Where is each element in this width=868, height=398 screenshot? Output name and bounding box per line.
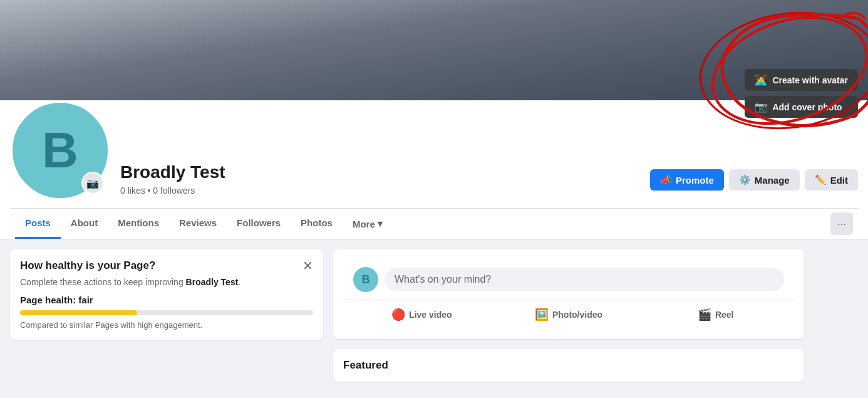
right-panel: B What's on your mind? 🔴 Live video 🖼️ P… — [333, 249, 804, 382]
health-bar-fill — [20, 310, 137, 315]
manage-icon: ⚙️ — [739, 174, 751, 186]
page-health-header: How healthy is your Page? ✕ — [20, 259, 313, 272]
featured-card: Featured — [333, 349, 804, 382]
promote-button[interactable]: 📣 Promote — [650, 169, 724, 191]
tab-more-button[interactable]: More ▾ — [343, 209, 393, 238]
page-name: Broadly Test — [120, 162, 640, 183]
tab-photos[interactable]: Photos — [291, 209, 343, 239]
featured-title: Featured — [343, 359, 794, 372]
health-label: Page health: fair — [20, 295, 313, 305]
nav-tabs: Posts About Mentions Reviews Followers P… — [10, 208, 858, 239]
left-panel: How healthy is your Page? ✕ Complete the… — [10, 249, 323, 382]
photo-video-button[interactable]: 🖼️ Photo/video — [495, 303, 643, 327]
profile-section: B 📷 Broadly Test 0 likes • 0 followers 📣… — [0, 100, 868, 239]
promote-icon: 📣 — [660, 174, 672, 186]
tab-posts[interactable]: Posts — [15, 209, 61, 239]
create-with-avatar-button[interactable]: 🧑‍💻 Create with avatar — [745, 69, 858, 91]
post-composer-avatar: B — [353, 267, 378, 292]
edit-button[interactable]: ✏️ Edit — [805, 169, 858, 191]
camera-badge-icon: 📷 — [86, 177, 99, 189]
post-input-row: B What's on your mind? — [343, 259, 794, 300]
post-composer-card: B What's on your mind? 🔴 Live video 🖼️ P… — [333, 249, 804, 339]
main-content: How healthy is your Page? ✕ Complete the… — [0, 239, 814, 392]
profile-actions: 📣 Promote ⚙️ Manage ✏️ Edit — [650, 169, 858, 201]
tab-about[interactable]: About — [61, 209, 108, 239]
camera-icon: 📷 — [755, 101, 767, 113]
avatar-icon: 🧑‍💻 — [755, 74, 767, 86]
photo-video-icon: 🖼️ — [535, 308, 549, 322]
avatar-wrapper: B 📷 — [10, 100, 110, 201]
post-actions-row: 🔴 Live video 🖼️ Photo/video 🎬 Reel — [343, 300, 794, 329]
reel-icon: 🎬 — [698, 308, 711, 322]
live-video-button[interactable]: 🔴 Live video — [348, 303, 495, 327]
page-stats: 0 likes • 0 followers — [120, 186, 640, 196]
post-input-field[interactable]: What's on your mind? — [385, 268, 784, 291]
change-avatar-button[interactable]: 📷 — [81, 172, 104, 194]
profile-info: Broadly Test 0 likes • 0 followers — [120, 162, 640, 201]
create-avatar-label: Create with avatar — [772, 75, 848, 85]
tab-mentions[interactable]: Mentions — [108, 209, 169, 239]
edit-icon: ✏️ — [815, 174, 827, 186]
tab-reviews[interactable]: Reviews — [169, 209, 227, 239]
page-health-card: How healthy is your Page? ✕ Complete the… — [10, 249, 323, 340]
profile-top-row: B 📷 Broadly Test 0 likes • 0 followers 📣… — [10, 100, 858, 208]
cover-buttons-container: 🧑‍💻 Create with avatar 📷 Add cover photo — [745, 69, 858, 118]
health-bar-background — [20, 310, 313, 315]
add-cover-photo-button[interactable]: 📷 Add cover photo — [745, 96, 858, 118]
chevron-down-icon: ▾ — [378, 218, 383, 229]
page-health-description: Complete these actions to keep improving… — [20, 277, 313, 287]
nav-dots-button[interactable]: ··· — [830, 212, 853, 235]
page-health-title: How healthy is your Page? — [20, 259, 155, 272]
live-video-icon: 🔴 — [391, 308, 405, 322]
add-cover-label: Add cover photo — [772, 102, 842, 112]
tab-followers[interactable]: Followers — [227, 209, 291, 239]
health-comparison-text: Compared to similar Pages with high enga… — [20, 320, 313, 330]
close-health-card-button[interactable]: ✕ — [302, 259, 313, 272]
reel-button[interactable]: 🎬 Reel — [642, 303, 789, 327]
manage-button[interactable]: ⚙️ Manage — [729, 169, 800, 191]
